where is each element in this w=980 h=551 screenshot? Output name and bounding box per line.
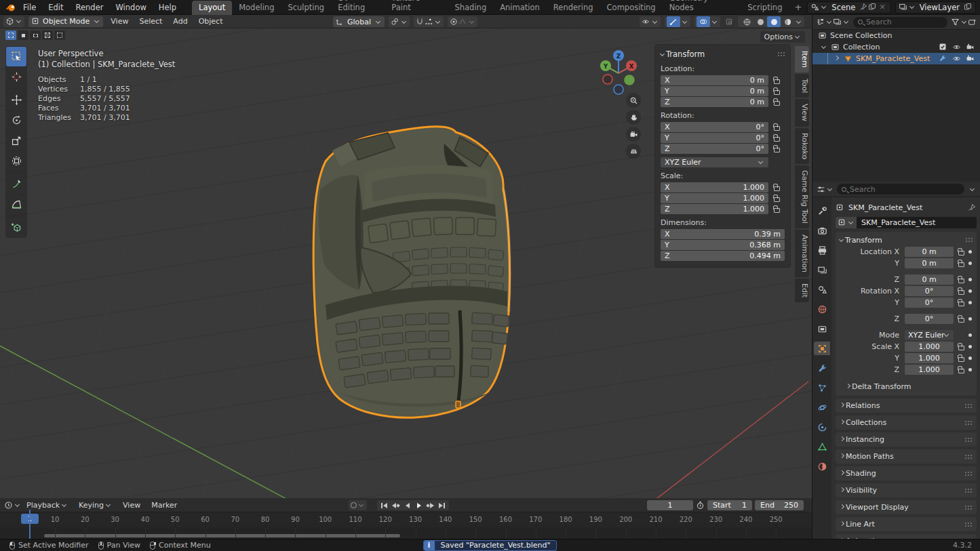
blender-logo-icon[interactable] [5, 3, 14, 12]
prop-field-location-x[interactable]: 0 m [905, 247, 954, 257]
workspace-tab-compositing[interactable]: Compositing [600, 1, 663, 15]
view-layer-selector[interactable]: ViewLayer [895, 1, 976, 14]
workspace-tab-sculpting[interactable]: Sculpting [281, 1, 331, 15]
hide-eye-icon[interactable] [952, 43, 961, 52]
hide-eye-icon[interactable] [952, 54, 961, 63]
prop-field-scale-x[interactable]: 1.000 [905, 342, 954, 352]
delta-transform-subpanel[interactable]: Delta Transform [840, 381, 973, 392]
checkbox-icon[interactable] [939, 43, 947, 52]
panel-viewport-display[interactable]: Viewport Display [836, 500, 977, 514]
material-preview-button[interactable] [767, 16, 781, 27]
chevron-down-icon[interactable] [821, 44, 826, 49]
modifier-wrench-icon[interactable] [939, 54, 947, 63]
animate-dot[interactable] [968, 262, 972, 265]
solid-shading-button[interactable] [753, 16, 767, 27]
select-intersect-button[interactable] [54, 30, 65, 40]
tool-move[interactable] [6, 90, 26, 110]
workspace-tab-texture-paint[interactable]: Texture Paint [385, 0, 448, 15]
scene-name[interactable]: Scene [827, 3, 859, 12]
rotation-mode-dropdown[interactable]: XYZ Euler [661, 157, 768, 167]
menu-help[interactable]: Help [153, 3, 182, 12]
pan-view-button[interactable] [626, 110, 641, 125]
panel-visibility[interactable]: Visibility [836, 483, 977, 497]
menu-file[interactable]: File [17, 3, 42, 12]
workspace-tab-scripting[interactable]: Scripting [741, 1, 789, 15]
viewport-3d[interactable]: Options User Perspective (1) Collection … [0, 28, 812, 498]
animate-dot[interactable] [968, 289, 972, 293]
prop-field-y[interactable]: 1.000 [905, 353, 954, 363]
properties-tab-tool[interactable] [814, 204, 830, 218]
panel-drag-handle[interactable] [964, 437, 972, 443]
jump-to-start-button[interactable] [379, 501, 389, 510]
pin-icon[interactable] [968, 203, 977, 212]
stopwatch-icon[interactable] [696, 501, 705, 510]
tool-transform[interactable] [6, 151, 26, 171]
lock-open-icon[interactable] [774, 148, 780, 152]
outliner-search[interactable] [853, 17, 947, 28]
sidebar-tab-rokoko[interactable]: Rokoko [795, 128, 809, 164]
prop-field-mode[interactable]: XYZ Euler [905, 330, 954, 340]
new-scene-icon[interactable] [868, 3, 877, 12]
lock-open-icon[interactable] [774, 79, 780, 84]
workspace-tab-layout[interactable]: Layout [192, 1, 232, 15]
lock-open-icon[interactable] [774, 186, 780, 191]
snap-target-icon[interactable] [425, 18, 433, 26]
jump-to-end-button[interactable] [437, 501, 447, 510]
properties-search[interactable] [837, 184, 964, 195]
properties-tab-modifiers[interactable] [814, 361, 830, 375]
workspace-tab-shading[interactable]: Shading [448, 1, 493, 15]
disable-render-camera-icon[interactable] [966, 43, 975, 52]
play-button[interactable] [414, 501, 424, 510]
lock-open-icon[interactable] [958, 357, 964, 362]
outliner-row-scene-collection[interactable]: Scene Collection [812, 30, 980, 41]
value-field-rotation-x[interactable]: X0° [661, 122, 768, 132]
gizmo-icon[interactable] [667, 16, 680, 27]
lock-open-icon[interactable] [958, 290, 964, 295]
properties-tab-material[interactable] [814, 460, 830, 473]
value-field-scale-x[interactable]: X1.000 [661, 182, 768, 192]
properties-tab-output[interactable] [814, 243, 830, 257]
lock-open-icon[interactable] [958, 318, 964, 323]
snapping-controls[interactable] [414, 16, 444, 27]
timeline-menu-marker[interactable]: Marker [146, 501, 182, 510]
panel-motion-paths[interactable]: Motion Paths [836, 449, 977, 464]
lock-open-icon[interactable] [774, 208, 780, 213]
tool-cursor[interactable] [6, 67, 26, 87]
tool-measure[interactable] [6, 195, 26, 214]
panel-drag-handle[interactable] [964, 488, 972, 493]
disable-render-camera-icon[interactable] [966, 54, 975, 63]
properties-tab-constraints[interactable] [814, 420, 830, 434]
lock-open-icon[interactable] [958, 302, 964, 306]
select-invert-button[interactable] [42, 30, 53, 40]
panel-line-art[interactable]: Line Art [836, 517, 977, 531]
timeline-menu-playback[interactable]: Playback [21, 501, 73, 510]
scene-selector[interactable]: Scene ✕ [807, 1, 890, 14]
viewport-menu-add[interactable]: Add [168, 17, 193, 26]
previous-keyframe-button[interactable] [391, 501, 401, 510]
xray-toggle[interactable] [722, 16, 736, 27]
sidebar-tab-item[interactable]: Item [795, 46, 809, 73]
editor-type-button[interactable] [3, 16, 24, 27]
navigation-gizmo[interactable]: Z Y X [594, 47, 643, 96]
value-field-location-x[interactable]: X0 m [661, 75, 768, 85]
value-field-scale-z[interactable]: Z1.000 [661, 204, 768, 214]
proportional-edit-icon[interactable] [450, 18, 458, 26]
panel-instancing[interactable]: Instancing [836, 432, 977, 447]
gizmos-toggle[interactable] [665, 16, 690, 27]
animate-dot[interactable] [968, 356, 972, 360]
lock-open-icon[interactable] [774, 126, 780, 131]
pin-icon[interactable] [859, 3, 868, 12]
animate-dot[interactable] [968, 278, 972, 281]
overlays-icon[interactable] [697, 16, 710, 27]
timeline-menu-view[interactable]: View [117, 501, 146, 510]
panel-drag-handle[interactable] [777, 52, 785, 57]
tool-scale[interactable] [6, 131, 26, 150]
orthographic-toggle-button[interactable] [626, 144, 641, 159]
animate-dot[interactable] [968, 368, 972, 371]
outliner-search-input[interactable] [866, 18, 927, 26]
proportional-editing-controls[interactable] [448, 16, 477, 27]
options-button[interactable]: Options [760, 31, 805, 43]
timeline-scrollbar[interactable] [44, 534, 400, 537]
sidebar-tab-tool[interactable]: Tool [795, 74, 809, 98]
workspace-tab-animation[interactable]: Animation [493, 1, 547, 15]
